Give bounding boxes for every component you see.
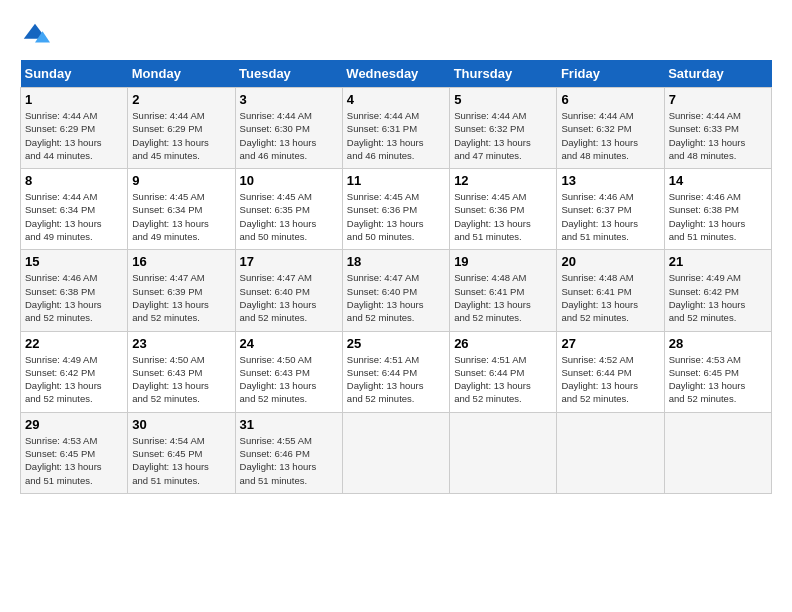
calendar-cell: 8Sunrise: 4:44 AM Sunset: 6:34 PM Daylig… <box>21 169 128 250</box>
day-info: Sunrise: 4:44 AM Sunset: 6:32 PM Dayligh… <box>454 109 552 162</box>
day-number: 6 <box>561 92 659 107</box>
calendar-week-5: 29Sunrise: 4:53 AM Sunset: 6:45 PM Dayli… <box>21 412 772 493</box>
calendar-cell: 19Sunrise: 4:48 AM Sunset: 6:41 PM Dayli… <box>450 250 557 331</box>
calendar-cell <box>557 412 664 493</box>
calendar-cell: 17Sunrise: 4:47 AM Sunset: 6:40 PM Dayli… <box>235 250 342 331</box>
day-number: 21 <box>669 254 767 269</box>
day-info: Sunrise: 4:44 AM Sunset: 6:31 PM Dayligh… <box>347 109 445 162</box>
day-number: 22 <box>25 336 123 351</box>
calendar-cell: 12Sunrise: 4:45 AM Sunset: 6:36 PM Dayli… <box>450 169 557 250</box>
column-header-wednesday: Wednesday <box>342 60 449 88</box>
calendar-cell: 7Sunrise: 4:44 AM Sunset: 6:33 PM Daylig… <box>664 88 771 169</box>
day-info: Sunrise: 4:55 AM Sunset: 6:46 PM Dayligh… <box>240 434 338 487</box>
day-number: 14 <box>669 173 767 188</box>
calendar-cell: 10Sunrise: 4:45 AM Sunset: 6:35 PM Dayli… <box>235 169 342 250</box>
day-number: 11 <box>347 173 445 188</box>
day-info: Sunrise: 4:54 AM Sunset: 6:45 PM Dayligh… <box>132 434 230 487</box>
calendar-cell: 29Sunrise: 4:53 AM Sunset: 6:45 PM Dayli… <box>21 412 128 493</box>
calendar-cell: 21Sunrise: 4:49 AM Sunset: 6:42 PM Dayli… <box>664 250 771 331</box>
page-header <box>20 20 772 50</box>
day-info: Sunrise: 4:44 AM Sunset: 6:29 PM Dayligh… <box>132 109 230 162</box>
logo <box>20 20 56 50</box>
calendar-cell: 4Sunrise: 4:44 AM Sunset: 6:31 PM Daylig… <box>342 88 449 169</box>
day-info: Sunrise: 4:46 AM Sunset: 6:38 PM Dayligh… <box>25 271 123 324</box>
day-number: 20 <box>561 254 659 269</box>
day-info: Sunrise: 4:46 AM Sunset: 6:37 PM Dayligh… <box>561 190 659 243</box>
calendar-cell: 27Sunrise: 4:52 AM Sunset: 6:44 PM Dayli… <box>557 331 664 412</box>
day-number: 18 <box>347 254 445 269</box>
day-number: 19 <box>454 254 552 269</box>
calendar-cell: 16Sunrise: 4:47 AM Sunset: 6:39 PM Dayli… <box>128 250 235 331</box>
day-number: 29 <box>25 417 123 432</box>
day-info: Sunrise: 4:45 AM Sunset: 6:34 PM Dayligh… <box>132 190 230 243</box>
day-number: 25 <box>347 336 445 351</box>
calendar-cell: 3Sunrise: 4:44 AM Sunset: 6:30 PM Daylig… <box>235 88 342 169</box>
day-number: 26 <box>454 336 552 351</box>
calendar-cell: 11Sunrise: 4:45 AM Sunset: 6:36 PM Dayli… <box>342 169 449 250</box>
calendar-cell <box>342 412 449 493</box>
day-number: 16 <box>132 254 230 269</box>
day-info: Sunrise: 4:50 AM Sunset: 6:43 PM Dayligh… <box>240 353 338 406</box>
day-info: Sunrise: 4:44 AM Sunset: 6:29 PM Dayligh… <box>25 109 123 162</box>
calendar-cell: 1Sunrise: 4:44 AM Sunset: 6:29 PM Daylig… <box>21 88 128 169</box>
day-info: Sunrise: 4:51 AM Sunset: 6:44 PM Dayligh… <box>454 353 552 406</box>
day-info: Sunrise: 4:47 AM Sunset: 6:40 PM Dayligh… <box>240 271 338 324</box>
day-number: 28 <box>669 336 767 351</box>
day-number: 31 <box>240 417 338 432</box>
calendar-cell: 28Sunrise: 4:53 AM Sunset: 6:45 PM Dayli… <box>664 331 771 412</box>
calendar-cell: 30Sunrise: 4:54 AM Sunset: 6:45 PM Dayli… <box>128 412 235 493</box>
calendar-cell: 14Sunrise: 4:46 AM Sunset: 6:38 PM Dayli… <box>664 169 771 250</box>
calendar-cell: 22Sunrise: 4:49 AM Sunset: 6:42 PM Dayli… <box>21 331 128 412</box>
day-info: Sunrise: 4:49 AM Sunset: 6:42 PM Dayligh… <box>25 353 123 406</box>
day-number: 30 <box>132 417 230 432</box>
calendar-cell: 5Sunrise: 4:44 AM Sunset: 6:32 PM Daylig… <box>450 88 557 169</box>
day-info: Sunrise: 4:50 AM Sunset: 6:43 PM Dayligh… <box>132 353 230 406</box>
calendar-cell: 2Sunrise: 4:44 AM Sunset: 6:29 PM Daylig… <box>128 88 235 169</box>
column-header-monday: Monday <box>128 60 235 88</box>
day-number: 5 <box>454 92 552 107</box>
day-number: 12 <box>454 173 552 188</box>
calendar-cell <box>664 412 771 493</box>
calendar-table: SundayMondayTuesdayWednesdayThursdayFrid… <box>20 60 772 494</box>
calendar-week-2: 8Sunrise: 4:44 AM Sunset: 6:34 PM Daylig… <box>21 169 772 250</box>
day-number: 23 <box>132 336 230 351</box>
calendar-week-1: 1Sunrise: 4:44 AM Sunset: 6:29 PM Daylig… <box>21 88 772 169</box>
day-number: 13 <box>561 173 659 188</box>
day-info: Sunrise: 4:53 AM Sunset: 6:45 PM Dayligh… <box>25 434 123 487</box>
calendar-week-4: 22Sunrise: 4:49 AM Sunset: 6:42 PM Dayli… <box>21 331 772 412</box>
calendar-cell <box>450 412 557 493</box>
day-info: Sunrise: 4:46 AM Sunset: 6:38 PM Dayligh… <box>669 190 767 243</box>
column-header-friday: Friday <box>557 60 664 88</box>
day-info: Sunrise: 4:45 AM Sunset: 6:36 PM Dayligh… <box>347 190 445 243</box>
column-header-thursday: Thursday <box>450 60 557 88</box>
day-number: 2 <box>132 92 230 107</box>
day-number: 24 <box>240 336 338 351</box>
day-number: 7 <box>669 92 767 107</box>
day-number: 15 <box>25 254 123 269</box>
day-number: 10 <box>240 173 338 188</box>
day-number: 27 <box>561 336 659 351</box>
calendar-cell: 13Sunrise: 4:46 AM Sunset: 6:37 PM Dayli… <box>557 169 664 250</box>
calendar-cell: 20Sunrise: 4:48 AM Sunset: 6:41 PM Dayli… <box>557 250 664 331</box>
day-info: Sunrise: 4:48 AM Sunset: 6:41 PM Dayligh… <box>454 271 552 324</box>
day-info: Sunrise: 4:48 AM Sunset: 6:41 PM Dayligh… <box>561 271 659 324</box>
day-number: 17 <box>240 254 338 269</box>
calendar-cell: 25Sunrise: 4:51 AM Sunset: 6:44 PM Dayli… <box>342 331 449 412</box>
calendar-header-row: SundayMondayTuesdayWednesdayThursdayFrid… <box>21 60 772 88</box>
day-info: Sunrise: 4:53 AM Sunset: 6:45 PM Dayligh… <box>669 353 767 406</box>
day-number: 9 <box>132 173 230 188</box>
calendar-cell: 23Sunrise: 4:50 AM Sunset: 6:43 PM Dayli… <box>128 331 235 412</box>
day-info: Sunrise: 4:44 AM Sunset: 6:33 PM Dayligh… <box>669 109 767 162</box>
day-info: Sunrise: 4:44 AM Sunset: 6:30 PM Dayligh… <box>240 109 338 162</box>
calendar-cell: 31Sunrise: 4:55 AM Sunset: 6:46 PM Dayli… <box>235 412 342 493</box>
logo-icon <box>20 20 50 50</box>
day-info: Sunrise: 4:44 AM Sunset: 6:34 PM Dayligh… <box>25 190 123 243</box>
day-info: Sunrise: 4:47 AM Sunset: 6:40 PM Dayligh… <box>347 271 445 324</box>
day-info: Sunrise: 4:45 AM Sunset: 6:36 PM Dayligh… <box>454 190 552 243</box>
calendar-cell: 6Sunrise: 4:44 AM Sunset: 6:32 PM Daylig… <box>557 88 664 169</box>
column-header-sunday: Sunday <box>21 60 128 88</box>
calendar-cell: 15Sunrise: 4:46 AM Sunset: 6:38 PM Dayli… <box>21 250 128 331</box>
day-info: Sunrise: 4:51 AM Sunset: 6:44 PM Dayligh… <box>347 353 445 406</box>
column-header-tuesday: Tuesday <box>235 60 342 88</box>
day-info: Sunrise: 4:47 AM Sunset: 6:39 PM Dayligh… <box>132 271 230 324</box>
